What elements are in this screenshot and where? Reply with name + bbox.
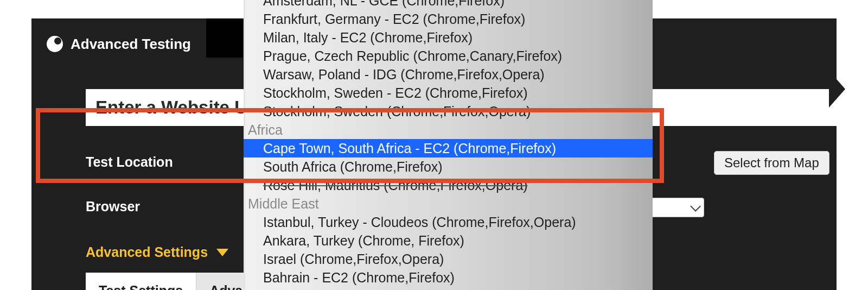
- dropdown-item[interactable]: Amsterdam, NL - GCE (Chrome,Firefox): [244, 0, 653, 10]
- label-test-location: Test Location: [86, 154, 173, 170]
- dropdown-item[interactable]: Milan, Italy - EC2 (Chrome,Firefox): [244, 28, 653, 47]
- logo-icon: [47, 36, 63, 52]
- dropdown-item[interactable]: Stockholm, Sweden - EC2 (Chrome,Firefox): [244, 84, 653, 102]
- dropdown-item[interactable]: Prague, Czech Republic (Chrome,Canary,Fi…: [244, 47, 653, 65]
- chevron-down-icon: [690, 201, 701, 212]
- advanced-settings-label: Advanced Settings: [86, 244, 208, 260]
- dropdown-item-struck[interactable]: Stockholm, Sweden (Chrome,Firefox,Opera): [244, 102, 653, 121]
- dropdown-item[interactable]: Ankara, Turkey (Chrome, Firefox): [244, 231, 653, 250]
- select-from-map-label: Select from Map: [724, 155, 819, 171]
- dropdown-item[interactable]: Warsaw, Poland - IDG (Chrome,Firefox,Ope…: [244, 65, 653, 84]
- dropdown-item[interactable]: Israel (Chrome,Firefox,Opera): [244, 250, 653, 268]
- dropdown-item[interactable]: Bahrain - EC2 (Chrome,Firefox): [244, 268, 653, 287]
- dropdown-item[interactable]: Istanbul, Turkey - Cloudeos (Chrome,Fire…: [244, 213, 653, 231]
- dropdown-item[interactable]: Frankfurt, Germany - EC2 (Chrome,Firefox…: [244, 10, 653, 28]
- advanced-settings-toggle[interactable]: Advanced Settings: [86, 244, 228, 260]
- dropdown-item-selected[interactable]: Cape Town, South Africa - EC2 (Chrome,Fi…: [244, 139, 653, 157]
- test-location-dropdown[interactable]: Amsterdam, NL - GCE (Chrome,Firefox) Fra…: [244, 0, 653, 290]
- dropdown-group-label: Middle East: [244, 194, 653, 213]
- dropdown-item-struck[interactable]: Rose Hill, Mauritius (Chrome,Firefox,Ope…: [244, 176, 653, 194]
- panel-title: Advanced Testing: [71, 36, 191, 53]
- label-browser: Browser: [86, 199, 140, 215]
- title-notch: [206, 18, 243, 58]
- tab-test-settings[interactable]: Test Settings: [86, 273, 196, 290]
- dropdown-group-label: Africa: [244, 121, 653, 139]
- dropdown-item[interactable]: South Africa (Chrome,Firefox): [244, 157, 653, 176]
- triangle-down-icon: [216, 249, 228, 256]
- select-from-map-button[interactable]: Select from Map: [714, 151, 829, 175]
- run-test-arrow-icon[interactable]: [829, 71, 845, 108]
